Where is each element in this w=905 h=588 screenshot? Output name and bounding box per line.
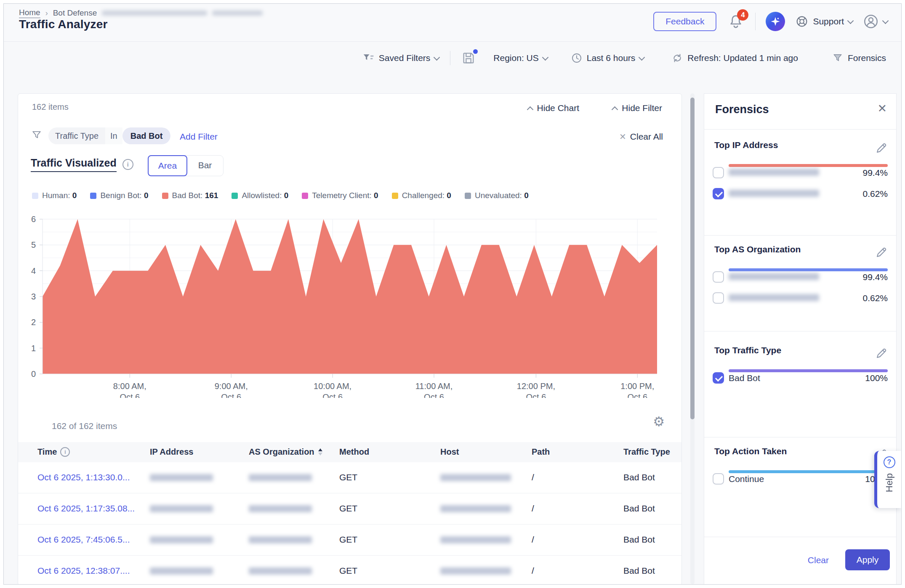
time-range-label: Last 6 hours	[587, 53, 636, 63]
host-redacted	[440, 505, 511, 512]
legend-swatch	[302, 193, 308, 199]
breadcrumb-home-link[interactable]: Home	[19, 8, 40, 18]
forensics-toggle[interactable]: Forensics	[832, 52, 886, 64]
region-selector[interactable]: Region: US	[493, 53, 547, 63]
time-link[interactable]: Oct 6 2025, 1:13:30.0...	[37, 472, 130, 482]
info-icon[interactable]: i	[122, 159, 133, 170]
legend-item-unevaluated[interactable]: Unevaluated: 0	[465, 191, 529, 200]
checkbox-checked[interactable]	[713, 372, 724, 384]
forensics-item-percentage: 99.4%	[862, 168, 888, 178]
add-filter-button[interactable]: Add Filter	[180, 132, 218, 142]
breadcrumb-redacted	[102, 11, 207, 16]
forensics-clear-button[interactable]: Clear	[808, 555, 829, 565]
table-row[interactable]: Oct 6 2025, 1:17:35.08...GET/Bad Bot	[18, 493, 681, 524]
edit-icon[interactable]	[875, 246, 888, 260]
column-header-traffic-type[interactable]: Traffic Type	[623, 447, 670, 457]
chevron-up-icon	[527, 106, 533, 113]
forensics-section-title: Top Action Taken	[714, 446, 787, 456]
ip-address-redacted	[150, 505, 213, 512]
svg-text:1: 1	[31, 344, 36, 353]
forensics-apply-button[interactable]: Apply	[845, 549, 890, 570]
legend-label: Telemetry Client: 0	[312, 191, 378, 200]
traffic-panel: 162 items Hide Chart Hide Filter Traffic…	[18, 93, 682, 585]
redacted-value	[729, 273, 819, 280]
legend-item-telemetry-client[interactable]: Telemetry Client: 0	[302, 191, 378, 200]
table-row[interactable]: Oct 6 2025, 7:45:06.5...GET/Bad Bot	[18, 524, 681, 556]
redacted-value	[729, 169, 819, 176]
feedback-button[interactable]: Feedback	[653, 12, 716, 31]
svg-text:8:00 AM,: 8:00 AM,	[113, 381, 146, 391]
legend-item-allowlisted[interactable]: Allowlisted: 0	[232, 191, 288, 200]
legend-label: Bad Bot: 161	[172, 191, 218, 200]
svg-text:10:00 AM,: 10:00 AM,	[314, 381, 351, 391]
traffic-type-cell: Bad Bot	[623, 535, 655, 545]
forensics-item-percentage: 100%	[865, 373, 888, 383]
breadcrumb-separator-icon: ›	[45, 9, 48, 18]
traffic-area-chart[interactable]: 01234568:00 AM,Oct 69:00 AM,Oct 610:00 A…	[27, 207, 666, 398]
legend-item-benign-bot[interactable]: Benign Bot: 0	[90, 191, 148, 200]
refresh-button[interactable]: Refresh: Updated 1 min ago	[671, 52, 798, 64]
view-toggle-bar[interactable]: Bar	[187, 156, 223, 175]
hide-filter-button[interactable]: Hide Filter	[612, 103, 662, 113]
save-filter-button[interactable]	[461, 50, 476, 66]
table-count: 162 of 162 items	[52, 421, 117, 431]
checkbox-unchecked[interactable]	[713, 473, 724, 485]
svg-text:Oct 6: Oct 6	[120, 392, 140, 398]
svg-text:Oct 6: Oct 6	[322, 392, 343, 398]
checkbox-unchecked[interactable]	[713, 167, 724, 178]
table-row[interactable]: Oct 6 2025, 12:38:07....GET/Bad Bot	[18, 556, 681, 585]
as-organization-redacted	[249, 536, 312, 543]
forensics-item-percentage: 0.62%	[862, 293, 888, 303]
time-link[interactable]: Oct 6 2025, 7:45:06.5...	[37, 535, 130, 545]
column-header-path[interactable]: Path	[532, 447, 550, 457]
forensics-section-title: Top IP Address	[714, 140, 778, 150]
legend-swatch	[465, 193, 471, 199]
clear-all-button[interactable]: ✕ Clear All	[619, 132, 663, 142]
forensics-item-percentage: 99.4%	[862, 272, 888, 282]
breadcrumb-section[interactable]: Bot Defense	[53, 8, 97, 18]
host-redacted	[440, 567, 511, 575]
filter-chip-traffic-type[interactable]: Traffic Type In Bad Bot	[48, 127, 170, 144]
legend-item-bad-bot[interactable]: Bad Bot: 161	[162, 191, 218, 200]
info-icon[interactable]: i	[60, 447, 70, 457]
chevron-up-icon	[612, 106, 618, 113]
hide-filter-label: Hide Filter	[622, 103, 662, 113]
toolbar-divider	[450, 51, 450, 65]
sort-icon[interactable]	[318, 448, 322, 456]
view-toggle-area[interactable]: Area	[148, 155, 187, 176]
table-settings-gear-icon[interactable]: ⚙	[653, 415, 665, 428]
scrollbar-thumb[interactable]	[690, 98, 695, 419]
checkbox-unchecked[interactable]	[713, 271, 724, 283]
header-actions: Feedback 4 Support	[653, 9, 888, 34]
notifications-button[interactable]: 4	[727, 12, 745, 31]
hide-chart-button[interactable]: Hide Chart	[528, 103, 579, 113]
legend-label: Benign Bot: 0	[100, 191, 148, 200]
legend-item-challenged[interactable]: Challenged: 0	[392, 191, 451, 200]
time-link[interactable]: Oct 6 2025, 1:17:35.08...	[37, 503, 135, 514]
checkbox-unchecked[interactable]	[713, 292, 724, 304]
account-menu[interactable]	[863, 13, 888, 29]
column-header-method[interactable]: Method	[339, 447, 369, 457]
checkbox-checked[interactable]	[713, 188, 724, 199]
column-header-as-organization[interactable]: AS Organization	[249, 447, 322, 457]
legend-item-human[interactable]: Human: 0	[32, 191, 77, 200]
as-organization-redacted	[249, 505, 312, 512]
table-row[interactable]: Oct 6 2025, 1:13:30.0...GET/Bad Bot	[18, 462, 681, 493]
edit-icon[interactable]	[875, 142, 888, 156]
column-header-host[interactable]: Host	[440, 447, 459, 457]
ai-assistant-icon[interactable]	[766, 12, 785, 31]
time-range-selector[interactable]: Last 6 hours	[571, 52, 644, 64]
svg-text:1:00 PM,: 1:00 PM,	[620, 381, 654, 391]
saved-filters-menu[interactable]: Saved Filters	[362, 52, 439, 64]
help-tab[interactable]: ? Help	[874, 451, 901, 508]
support-menu[interactable]: Support	[795, 15, 853, 28]
close-icon[interactable]: ✕	[877, 103, 887, 114]
support-label: Support	[813, 16, 844, 26]
column-header-time[interactable]: Timei	[37, 447, 70, 457]
column-header-ip-address[interactable]: IP Address	[150, 447, 193, 457]
time-link[interactable]: Oct 6 2025, 12:38:07....	[37, 566, 130, 576]
svg-text:12:00 PM,: 12:00 PM,	[517, 381, 555, 391]
refresh-label: Refresh: Updated 1 min ago	[687, 53, 798, 63]
edit-icon[interactable]	[875, 347, 888, 361]
items-count: 162 items	[32, 102, 69, 112]
